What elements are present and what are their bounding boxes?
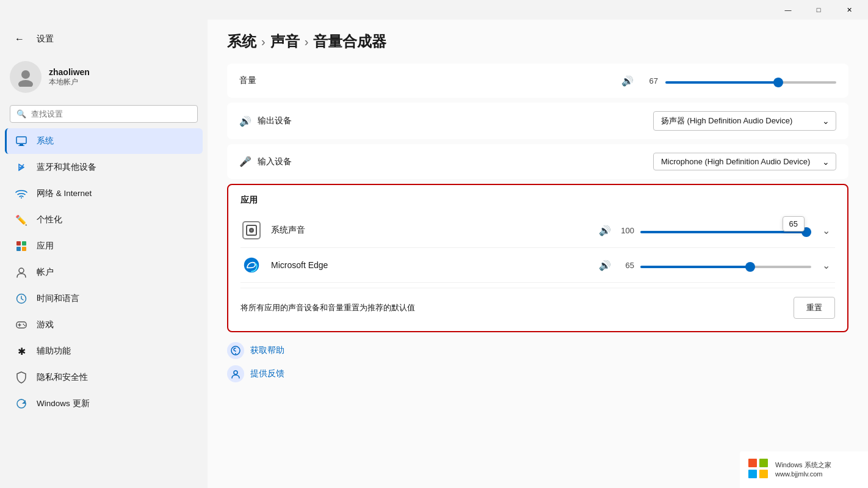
app-container: ← 设置 zhaoliwen 本地帐户 🔍	[0, 20, 868, 488]
volume-slider-container	[665, 75, 836, 86]
minimize-button[interactable]: —	[774, 0, 802, 20]
svg-point-1	[18, 80, 33, 87]
reset-label: 将所有应用的声音设备和音量重置为推荐的默认值	[241, 302, 794, 313]
sidebar-title: 设置	[37, 34, 54, 45]
user-info: zhaoliwen 本地帐户	[49, 67, 90, 87]
svg-rect-2	[16, 137, 26, 144]
privacy-label: 隐私和安全性	[37, 372, 88, 383]
svg-point-10	[19, 268, 24, 273]
volume-row: 音量 🔊 67	[227, 64, 848, 98]
sidebar-nav: 系统 蓝牙和其他设备	[0, 128, 208, 417]
sidebar-item-time[interactable]: 时间和语言	[5, 286, 203, 311]
sidebar-item-apps[interactable]: 应用	[5, 233, 203, 259]
sidebar-item-personalization[interactable]: ✏️ 个性化	[5, 207, 203, 233]
system-sound-volume-value: 100	[617, 226, 634, 235]
apps-section: 应用 系统声音 🔊 100	[227, 184, 848, 332]
volume-controls: 🔊 67	[621, 75, 836, 87]
sidebar-item-privacy[interactable]: 隐私和安全性	[5, 365, 203, 390]
svg-rect-8	[16, 247, 21, 251]
update-icon	[15, 397, 28, 410]
svg-point-18	[251, 230, 253, 231]
sidebar-item-network[interactable]: 网络 & Internet	[5, 181, 203, 206]
breadcrumb-sep2: ›	[305, 35, 309, 49]
output-device-icon: 🔊	[239, 115, 251, 127]
system-sound-row: 系统声音 🔊 100 ⌄	[241, 213, 835, 248]
breadcrumb-part1: 系统	[227, 32, 256, 51]
sidebar-item-system[interactable]: 系统	[5, 128, 203, 154]
output-device-row: 🔊 输出设备 扬声器 (High Definition Audio Device…	[227, 103, 848, 139]
system-icon	[15, 134, 28, 148]
help-label: 获取帮助	[250, 345, 284, 356]
edge-expand-button[interactable]: ⌄	[817, 257, 835, 274]
output-label-wrap: 🔊 输出设备	[239, 115, 292, 127]
gaming-icon	[15, 318, 28, 332]
accessibility-label: 辅助功能	[37, 346, 71, 357]
system-sound-name: 系统声音	[271, 225, 599, 236]
edge-name: Microsoft Edge	[271, 260, 599, 270]
sidebar-item-accessibility[interactable]: ✱ 辅助功能	[5, 338, 203, 364]
user-subtitle: 本地帐户	[49, 77, 90, 87]
svg-point-13	[23, 324, 24, 325]
windows-logo	[747, 457, 769, 482]
sidebar-item-accounts[interactable]: 帐户	[5, 260, 203, 285]
svg-point-14	[24, 325, 26, 326]
search-input[interactable]	[31, 109, 191, 118]
watermark: Windows 系统之家 www.bjjmlv.com	[740, 451, 868, 488]
breadcrumb-sep1: ›	[261, 35, 266, 49]
accessibility-icon: ✱	[15, 344, 28, 358]
user-section: zhaoliwen 本地帐户	[0, 54, 208, 100]
watermark-text-block: Windows 系统之家 www.bjjmlv.com	[775, 461, 831, 479]
close-button[interactable]: ✕	[835, 0, 863, 20]
windows-update-label: Windows 更新	[37, 398, 90, 409]
sidebar-item-bluetooth[interactable]: 蓝牙和其他设备	[5, 155, 203, 180]
help-icon	[227, 342, 244, 359]
svg-point-22	[234, 371, 237, 374]
svg-rect-4	[18, 145, 24, 146]
apps-label: 应用	[37, 241, 54, 252]
system-sound-volume-icon: 🔊	[599, 225, 611, 236]
get-help-link[interactable]: 获取帮助	[227, 342, 848, 359]
back-icon: ←	[15, 34, 24, 45]
time-icon	[15, 292, 28, 305]
network-label: 网络 & Internet	[37, 188, 92, 199]
personalization-label: 个性化	[37, 214, 62, 225]
avatar	[10, 61, 42, 93]
gaming-label: 游戏	[37, 319, 54, 330]
edge-slider-container	[640, 260, 811, 271]
input-device-label: 输入设备	[258, 156, 292, 167]
edge-volume-value: 65	[617, 261, 634, 270]
edge-row: Microsoft Edge 🔊 65 ⌄	[241, 248, 835, 283]
main-content: 系统 › 声音 › 音量合成器 音量 🔊 67	[208, 20, 868, 488]
feedback-link[interactable]: 提供反馈	[227, 365, 848, 382]
svg-rect-7	[22, 241, 26, 246]
back-button[interactable]: ←	[10, 29, 29, 49]
input-device-right: Microphone (High Definition Audio Device…	[653, 153, 836, 170]
volume-slider[interactable]	[665, 81, 836, 84]
svg-rect-3	[20, 144, 23, 145]
input-label-wrap: 🎤 输入设备	[239, 156, 292, 167]
search-icon: 🔍	[16, 109, 26, 118]
sidebar-item-gaming[interactable]: 游戏	[5, 312, 203, 338]
system-sound-expand-button[interactable]: ⌄	[817, 222, 835, 239]
system-sound-icon	[241, 219, 262, 241]
maximize-button[interactable]: □	[805, 0, 833, 20]
apps-title: 应用	[241, 195, 835, 206]
sidebar-item-windows-update[interactable]: Windows 更新	[5, 391, 203, 417]
svg-rect-25	[748, 470, 757, 478]
feedback-label: 提供反馈	[250, 368, 284, 379]
edge-volume-icon: 🔊	[599, 260, 611, 271]
bottom-links: 获取帮助 提供反馈	[227, 342, 848, 382]
time-label: 时间和语言	[37, 293, 79, 304]
output-device-label: 输出设备	[258, 115, 292, 126]
reset-button[interactable]: 重置	[794, 297, 835, 319]
input-device-row: 🎤 输入设备 Microphone (High Definition Audio…	[227, 144, 848, 179]
volume-card: 音量 🔊 67	[227, 64, 848, 98]
edge-slider[interactable]	[640, 266, 811, 268]
svg-point-21	[235, 353, 236, 354]
input-device-dropdown[interactable]: Microphone (High Definition Audio Device…	[653, 153, 836, 170]
network-icon	[15, 187, 28, 200]
svg-rect-9	[22, 247, 26, 251]
search-box: 🔍	[10, 105, 198, 123]
output-device-dropdown[interactable]: 扬声器 (High Definition Audio Device)	[653, 111, 836, 131]
accounts-label: 帐户	[37, 267, 54, 278]
